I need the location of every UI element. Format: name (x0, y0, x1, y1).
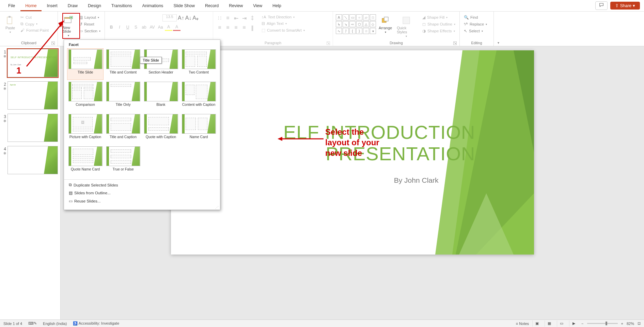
tab-insert[interactable]: Insert (42, 1, 62, 11)
fit-to-window-button[interactable]: ⊡ (638, 321, 641, 326)
spacing-button[interactable]: AV (148, 23, 156, 31)
slides-from-outline-button[interactable]: ▤Slides from Outline... (64, 189, 220, 197)
notes-button[interactable]: ≡ Notes (516, 322, 529, 326)
indent-increase-button[interactable]: ⇥ (240, 14, 248, 22)
font-color-button[interactable]: A (173, 23, 180, 31)
quick-styles-button[interactable]: Quick Styles▾ (395, 14, 418, 39)
align-text-button[interactable]: ⊟Align Text ▾ (260, 20, 306, 27)
slidesorter-view-button[interactable]: ▦ (545, 321, 553, 327)
numbering-button[interactable]: ≡ (224, 14, 232, 22)
underline-button[interactable]: U (124, 23, 131, 31)
slide-counter[interactable]: Slide 1 of 4 (3, 322, 22, 326)
layout-option-title-slide[interactable]: Title Slide (67, 49, 103, 80)
layout-option-section-header[interactable]: Section Header (143, 49, 179, 80)
reading-view-button[interactable]: ▭ (557, 321, 566, 327)
copy-button[interactable]: ⧉Copy ▾ (19, 21, 50, 27)
layout-option-title-and-content[interactable]: Title and Content (105, 49, 141, 80)
accessibility-status[interactable]: ♿ Accessibility: Investigate (73, 321, 119, 326)
slide-thumbnail-3[interactable] (7, 114, 58, 142)
reuse-slides-button[interactable]: ▭Reuse Slides... (64, 197, 220, 205)
layout-button[interactable]: ▤Layout ▾ (78, 14, 102, 20)
arrange-button[interactable]: Arrange▾ (377, 14, 393, 35)
shape-textbox-icon[interactable]: A (336, 14, 342, 20)
tab-design[interactable]: Design (83, 1, 106, 11)
slide-thumbnail-4[interactable] (7, 146, 58, 174)
layout-option-content-with-caption[interactable]: Content with Caption (181, 81, 217, 112)
justify-button[interactable]: ≡ (240, 24, 248, 31)
case-button[interactable]: Aa (157, 23, 164, 31)
comments-button[interactable] (595, 1, 608, 10)
cut-button[interactable]: ✂Cut (19, 14, 50, 20)
strike-button[interactable]: S (132, 23, 140, 31)
tab-record[interactable]: Record (200, 1, 223, 11)
bold-button[interactable]: B (108, 23, 115, 31)
layout-option-quote-with-caption[interactable]: Quote with Caption (143, 113, 179, 144)
tab-file[interactable]: File (3, 1, 20, 11)
text-direction-button[interactable]: ↕AText Direction ▾ (260, 14, 306, 20)
format-painter-button[interactable]: 🖌Format Paint (19, 28, 50, 33)
decrease-font-icon[interactable]: A↓ (185, 15, 192, 21)
resize-grip-icon[interactable]: ⋰ (64, 207, 220, 208)
layout-option-comparison[interactable]: Comparison (67, 81, 103, 112)
paste-button[interactable]: Paste▾ (3, 14, 18, 35)
share-button[interactable]: ⇧Share ▾ (610, 2, 640, 10)
tab-animations[interactable]: Animations (138, 1, 168, 11)
tab-draw[interactable]: Draw (63, 1, 82, 11)
layout-option-picture-with-caption[interactable]: 🖼Picture with Caption (67, 113, 103, 144)
tab-transitions[interactable]: Transitions (107, 1, 137, 11)
shape-fill-button[interactable]: ◢Shape Fill ▾ (421, 14, 457, 20)
zoom-out-button[interactable]: − (581, 322, 583, 326)
shadow-button[interactable]: ab (140, 23, 148, 31)
slide-subtitle[interactable]: By John Clark (394, 176, 439, 184)
duplicate-slides-button[interactable]: ⧉Duplicate Selected Slides (64, 181, 220, 189)
convert-smartart-button[interactable]: ⬚Convert to SmartArt ▾ (260, 27, 306, 33)
highlight-button[interactable]: A (165, 23, 172, 31)
text-direction-icon: ↕A (262, 15, 266, 19)
layout-option-blank[interactable]: Blank (143, 81, 179, 112)
font-size-combo[interactable]: 13.5 (162, 14, 177, 21)
shape-effects-button[interactable]: ◑Shape Effects ▾ (421, 28, 457, 34)
columns-button[interactable]: ‖ (249, 24, 256, 31)
tab-slideshow[interactable]: Slide Show (169, 1, 200, 11)
dialog-launcher-icon[interactable]: ↘ (327, 42, 330, 45)
select-button[interactable]: ↖Select ▾ (462, 28, 488, 34)
reset-button[interactable]: ↺Reset (78, 21, 102, 27)
find-button[interactable]: 🔍Find (462, 14, 488, 20)
tab-help[interactable]: Help (268, 1, 286, 11)
zoom-level[interactable]: 82% (627, 322, 634, 326)
normal-view-button[interactable]: ▣ (532, 321, 541, 327)
tab-home[interactable]: Home (20, 1, 41, 11)
tab-review[interactable]: Review (224, 1, 248, 11)
align-left-button[interactable]: ≡ (216, 24, 223, 31)
italic-button[interactable]: I (116, 23, 123, 31)
bullets-button[interactable]: ∷ (216, 14, 223, 22)
layout-option-two-content[interactable]: Two Content (181, 49, 217, 80)
align-center-button[interactable]: ≡ (224, 24, 232, 31)
increase-font-icon[interactable]: A↑ (178, 15, 184, 21)
zoom-in-button[interactable]: + (621, 322, 623, 326)
dialog-launcher-icon[interactable]: ↘ (51, 42, 55, 45)
tab-view[interactable]: View (248, 1, 267, 11)
align-right-button[interactable]: ≡ (232, 24, 240, 31)
shape-outline-button[interactable]: ◻Shape Outline ▾ (421, 21, 457, 27)
language-status[interactable]: English (India) (43, 322, 67, 326)
collapse-ribbon-button[interactable]: ▾ (494, 12, 503, 46)
line-spacing-button[interactable]: ‡ (249, 14, 256, 22)
slide-thumbnail-1[interactable]: SELF INTRODUCTION PRESENTATION By John C… (7, 49, 58, 77)
layout-option-title-only[interactable]: Title Only (105, 81, 141, 112)
replace-button[interactable]: ᵃ⁄ᵇReplace ▾ (462, 21, 488, 27)
slideshow-view-button[interactable]: ▶ (569, 321, 578, 327)
shapes-gallery[interactable]: A＼▭○▱□ ↳↘⇨⬡△◇ ∿⤴{}☆▾ (336, 14, 376, 34)
layout-option-true-or-false[interactable]: True or False (105, 146, 141, 177)
indent-decrease-button[interactable]: ⇤ (232, 14, 240, 22)
dialog-launcher-icon[interactable]: ↘ (453, 42, 457, 45)
new-slide-button[interactable]: New Slide▾ (61, 14, 76, 38)
spellcheck-icon[interactable]: ⌨✎ (28, 321, 37, 326)
slide-thumbnail-2[interactable]: Agenda (7, 81, 58, 110)
clear-format-icon[interactable]: Aᵩ (192, 15, 199, 21)
layout-option-name-card[interactable]: Name Card (181, 113, 217, 144)
layout-option-quote-name-card[interactable]: Quote Name Card (67, 146, 103, 177)
layout-option-title-and-caption[interactable]: Title and Caption (105, 113, 141, 144)
zoom-slider[interactable] (587, 323, 618, 324)
section-button[interactable]: ▭Section ▾ (78, 28, 102, 34)
